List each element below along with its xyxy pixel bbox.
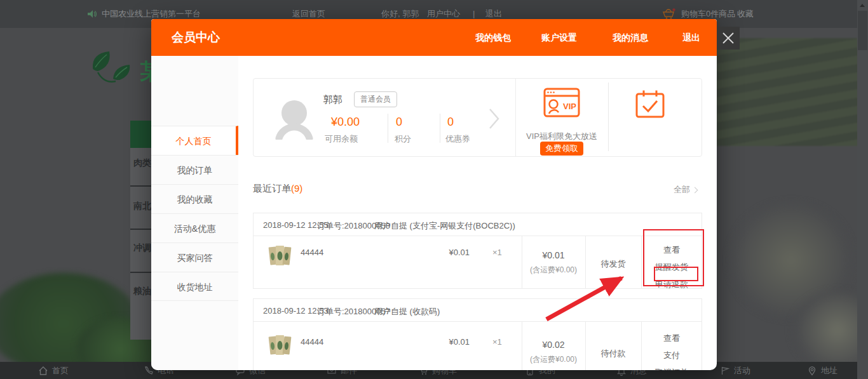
nav-logout[interactable]: 退出 <box>682 19 700 56</box>
sidebar-item-label: 买家问答 <box>177 253 213 263</box>
footer-item-home[interactable]: 首页 <box>38 365 69 376</box>
recent-orders-label: 最近订单 <box>253 183 291 194</box>
divider <box>608 83 609 151</box>
tea-field-photo <box>717 38 868 146</box>
vip-icon-label: VIP <box>563 102 576 111</box>
brand-leaf-logo <box>85 48 139 95</box>
product-thumbnail[interactable] <box>268 333 292 359</box>
balance-label: 可用余额 <box>325 133 358 145</box>
order-body: 44444 ¥0.01 ×1 ¥0.02 (含运费¥0.00) 待付款 查看 支… <box>254 322 702 370</box>
category-header-block <box>130 121 151 148</box>
speaker-icon <box>87 9 97 22</box>
sidebar-item-my-orders[interactable]: 我的订单 <box>151 155 238 184</box>
home-icon <box>38 366 48 376</box>
pin-icon <box>807 366 817 376</box>
order-body: 44444 ¥0.01 ×1 ¥0.01 (含运费¥0.00) 待发货 查看 提… <box>254 236 702 289</box>
order-status: 待发货 <box>585 258 641 270</box>
order-delivery-method: 用户自提 (收款码) <box>374 306 440 317</box>
divider <box>585 322 586 370</box>
divider <box>515 79 516 156</box>
remind-shipment-link[interactable]: 提醒发货 <box>655 262 688 273</box>
category-item[interactable]: 南北 <box>133 201 151 212</box>
member-center-modal: 会员中心 我的钱包 账户设置 我的消息 退出 个人首页 我的订单 我的收藏 活动… <box>151 19 717 370</box>
category-item[interactable]: 冲调 <box>133 243 151 254</box>
quantity: ×1 <box>492 248 502 257</box>
divider <box>522 236 522 289</box>
order-header: 2018-09-12 12:53 订单号:2018000057 用户自提 (收款… <box>254 299 702 322</box>
close-icon <box>717 27 740 50</box>
order-total: ¥0.01 <box>522 250 585 260</box>
order-status: 待付款 <box>585 348 641 359</box>
footer-item-activity[interactable]: 活动 <box>720 365 750 376</box>
footer-item-address[interactable]: 地址 <box>807 365 837 376</box>
sidebar-item-personal-home[interactable]: 个人首页 <box>151 126 238 155</box>
order-actions: 查看 提醒发货 申请退款 <box>641 244 702 290</box>
order-card: 2018-09-12 12:53 订单号:2018000057 用户自提 (收款… <box>253 298 702 370</box>
request-refund-link[interactable]: 申请退款 <box>655 279 688 290</box>
shipping-fee: (含运费¥0.00) <box>522 265 585 276</box>
footer-label: 地址 <box>821 365 837 376</box>
sidebar-item-shipping-address[interactable]: 收货地址 <box>151 272 238 301</box>
vip-caption: VIP福利限免大放送 <box>515 131 608 142</box>
chevron-right-icon <box>692 187 698 194</box>
member-level-badge: 普通会员 <box>354 91 397 107</box>
category-item[interactable]: 肉类 <box>133 157 151 169</box>
calendar-check-icon[interactable] <box>635 89 665 122</box>
free-claim-button[interactable]: 免费领取 <box>540 142 583 156</box>
avatar <box>275 99 314 142</box>
view-all-link[interactable]: 全部 <box>674 184 697 196</box>
scrollbar-up-arrow[interactable] <box>857 0 868 11</box>
chevron-right-icon[interactable] <box>489 108 500 132</box>
divider <box>130 272 151 273</box>
order-total: ¥0.02 <box>522 340 585 350</box>
scrollbar-thumb[interactable] <box>858 11 867 50</box>
order-card: 2018-09-12 12:55 订单号:2018000058 用户自提 (支付… <box>253 213 702 289</box>
order-header: 2018-09-12 12:55 订单号:2018000058 用户自提 (支付… <box>254 213 702 236</box>
product-thumbnail[interactable] <box>268 243 292 270</box>
profile-name: 郭郭 <box>323 94 342 106</box>
view-order-link[interactable]: 查看 <box>663 244 680 256</box>
flag-icon <box>720 366 730 376</box>
sidebar-item-label: 我的收藏 <box>177 194 213 204</box>
sidebar-item-label: 个人首页 <box>176 136 212 146</box>
profile-card: 郭郭 普通会员 ¥0.00 可用余额 0 积分 0 优惠券 VIP VIP福利限… <box>253 78 702 157</box>
points-value: 0 <box>396 116 402 129</box>
favorites-link[interactable]: 收藏 <box>737 0 754 28</box>
pay-link[interactable]: 支付 <box>663 350 680 361</box>
balance-value: ¥0.00 <box>331 116 360 129</box>
divider <box>130 185 151 187</box>
sidebar-item-label: 我的订单 <box>177 165 213 175</box>
points-label: 积分 <box>395 133 411 145</box>
sidebar-item-label: 活动&优惠 <box>174 223 215 234</box>
view-order-link[interactable]: 查看 <box>663 333 680 344</box>
recent-orders-count: (9) <box>291 183 302 194</box>
product-name[interactable]: 44444 <box>301 337 323 347</box>
coupons-value: 0 <box>447 116 454 129</box>
divider <box>388 114 388 143</box>
category-item[interactable]: 粮油 <box>133 286 151 297</box>
product-name[interactable]: 44444 <box>301 248 323 257</box>
modal-sidebar: 个人首页 我的订单 我的收藏 活动&优惠 买家问答 收货地址 <box>151 56 238 370</box>
divider <box>130 229 151 230</box>
modal-header: 会员中心 我的钱包 账户设置 我的消息 退出 <box>151 19 717 56</box>
order-delivery-method: 用户自提 (支付宝-网银支付(BOCB2C)) <box>374 220 515 232</box>
footer-label: 首页 <box>52 365 69 376</box>
modal-title: 会员中心 <box>172 19 220 56</box>
sidebar-item-label: 收货地址 <box>177 282 213 292</box>
cancel-order-link[interactable]: 取消订单 <box>655 367 688 370</box>
vip-benefit-icon: VIP <box>543 88 580 121</box>
unit-price: ¥0.01 <box>412 248 470 257</box>
sidebar-item-my-favorites[interactable]: 我的收藏 <box>151 184 238 213</box>
sidebar-item-buyer-qa[interactable]: 买家问答 <box>151 243 238 272</box>
quantity: ×1 <box>492 337 502 347</box>
nav-my-messages[interactable]: 我的消息 <box>613 19 648 56</box>
sidebar-item-activities[interactable]: 活动&优惠 <box>151 213 238 243</box>
view-all-label: 全部 <box>674 185 690 194</box>
divider <box>440 114 440 143</box>
unit-price: ¥0.01 <box>412 337 470 347</box>
category-panel: 肉类 南北 冲调 粮油 <box>130 121 151 340</box>
page-scrollbar[interactable] <box>857 0 868 379</box>
nav-my-wallet[interactable]: 我的钱包 <box>475 19 511 56</box>
nav-account-settings[interactable]: 账户设置 <box>541 19 577 56</box>
close-button[interactable] <box>717 27 740 50</box>
